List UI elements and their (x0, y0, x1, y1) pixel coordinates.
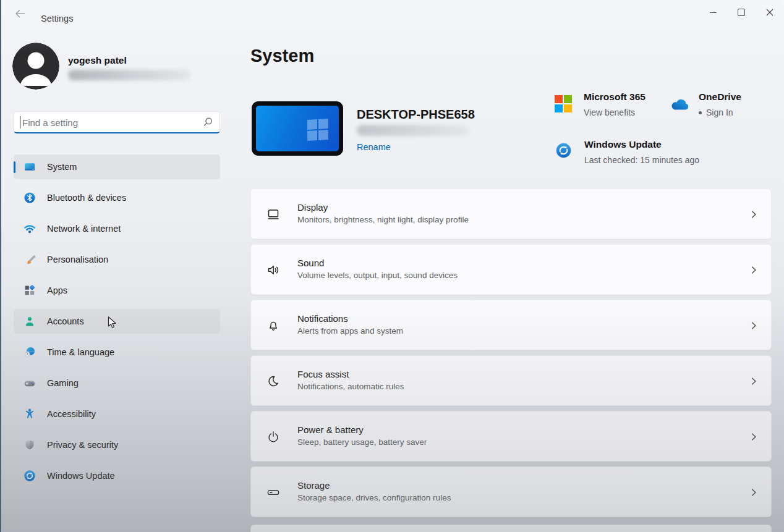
device-name: DESKTOP-PHSE658 (357, 108, 475, 122)
settings-row-display[interactable]: Display Monitors, brightness, night ligh… (250, 188, 772, 239)
sidebar-item-gaming[interactable]: Gaming (14, 371, 220, 395)
maximize-icon (738, 9, 745, 16)
sidebar-item-label: Accessibility (47, 409, 96, 419)
row-subtitle: Sleep, battery usage, battery saver (297, 437, 427, 447)
search-input[interactable] (21, 114, 190, 132)
app-title: Settings (41, 14, 73, 23)
minimize-icon (710, 12, 717, 13)
device-wallpaper (256, 106, 339, 151)
settings-window: Settings yogesh patel (0, 0, 784, 532)
chevron-right-icon (749, 209, 759, 222)
sidebar-item-label: Time & language (47, 347, 114, 357)
row-subtitle: Storage space, drives, configuration rul… (297, 493, 451, 502)
row-title: Focus assist (297, 369, 404, 379)
sidebar-item-privacy-security[interactable]: Privacy & security (14, 433, 220, 457)
rename-link[interactable]: Rename (357, 142, 391, 152)
windows-update-icon (23, 470, 36, 482)
apps-grid-icon (23, 284, 36, 297)
settings-row-focus-assist[interactable]: Focus assist Notifications, automatic ru… (250, 355, 772, 406)
status-dot (699, 111, 702, 114)
windows-logo-icon (307, 119, 328, 141)
row-subtitle: Volume levels, output, input, sound devi… (297, 271, 458, 280)
chevron-right-icon (749, 376, 759, 389)
window-left-edge (0, 0, 1, 532)
focus-moon-icon (266, 374, 281, 389)
onedrive-card[interactable]: OneDrive Sign In (670, 91, 756, 126)
search-icon (202, 117, 213, 130)
power-symbol-icon (266, 429, 281, 444)
row-subtitle: Monitors, brightness, night light, displ… (297, 215, 469, 224)
chevron-right-icon (749, 265, 759, 277)
storage-drive-icon (266, 485, 281, 500)
back-button[interactable] (11, 6, 28, 21)
privacy-shield-icon (23, 439, 36, 451)
sidebar-item-apps[interactable]: Apps (14, 278, 220, 303)
row-title: Power & battery (297, 424, 427, 435)
row-title: Storage (297, 480, 451, 491)
device-thumbnail (252, 101, 343, 156)
selected-indicator (14, 161, 15, 173)
sidebar-item-windows-update[interactable]: Windows Update (14, 463, 220, 488)
network-wifi-icon (23, 222, 36, 235)
titlebar: Settings (0, 0, 784, 27)
avatar (12, 43, 59, 90)
user-name: yogesh patel (68, 55, 127, 66)
chevron-right-icon (749, 321, 759, 333)
notifications-bell-icon (266, 318, 281, 333)
display-monitor-icon (266, 207, 281, 222)
avatar-person-icon (12, 43, 59, 90)
sidebar-item-label: Personalisation (47, 255, 108, 264)
back-arrow-icon (13, 7, 27, 20)
sidebar-item-label: Accounts (47, 316, 84, 326)
windows-update-card[interactable]: Windows Update Last checked: 15 minutes … (555, 139, 716, 174)
close-icon (766, 9, 773, 16)
chevron-right-icon (749, 432, 759, 444)
row-subtitle: Alerts from apps and system (297, 326, 403, 336)
row-title: Notifications (297, 313, 403, 324)
settings-row-notifications[interactable]: Notifications Alerts from apps and syste… (250, 300, 772, 350)
personalisation-brush-icon (23, 253, 36, 266)
card-title: Windows Update (584, 139, 662, 150)
sidebar-item-time-language[interactable]: Time & language (14, 340, 220, 365)
minimize-button[interactable] (699, 0, 727, 25)
redacted-user-email (68, 70, 190, 80)
accessibility-person-icon (23, 408, 36, 420)
system-display-icon (23, 161, 36, 173)
card-title: Microsoft 365 (584, 91, 646, 103)
sound-speaker-icon (266, 263, 281, 277)
sidebar-item-personalisation[interactable]: Personalisation (14, 247, 220, 272)
settings-row-sound[interactable]: Sound Volume levels, output, input, soun… (250, 244, 772, 295)
accounts-person-icon (23, 315, 36, 327)
sign-in-link[interactable]: Sign In (699, 108, 733, 117)
sidebar-item-bluetooth-devices[interactable]: Bluetooth & devices (14, 185, 220, 210)
redacted-device-info (357, 125, 469, 136)
sidebar-item-system[interactable]: System (14, 154, 220, 179)
sidebar-item-label: Privacy & security (47, 440, 118, 450)
row-subtitle: Notifications, automatic rules (297, 382, 404, 391)
view-benefits-link[interactable]: View benefits (584, 108, 635, 117)
settings-row-storage[interactable]: Storage Storage space, drives, configura… (250, 467, 772, 517)
sidebar-item-label: Apps (47, 285, 67, 295)
maximize-button[interactable] (727, 0, 756, 25)
sidebar-item-label: Windows Update (47, 471, 115, 481)
page-title: System (250, 46, 314, 66)
onedrive-cloud-icon (670, 98, 691, 114)
last-checked-status: Last checked: 15 minutes ago (584, 155, 699, 165)
window-controls (699, 0, 784, 25)
sidebar-item-network-internet[interactable]: Network & internet (14, 216, 220, 241)
close-button[interactable] (756, 0, 784, 25)
settings-row-power-battery[interactable]: Power & battery Sleep, battery usage, ba… (250, 411, 772, 462)
settings-row-partial[interactable] (250, 525, 772, 532)
search-box (14, 111, 220, 133)
row-title: Display (297, 202, 469, 213)
bluetooth-icon (23, 192, 36, 204)
sidebar-item-accounts[interactable]: Accounts (14, 309, 220, 334)
sidebar-item-label: Bluetooth & devices (47, 193, 126, 203)
sidebar-item-accessibility[interactable]: Accessibility (14, 402, 220, 426)
microsoft-365-card[interactable]: Microsoft 365 View benefits (555, 91, 663, 126)
chevron-right-icon (749, 488, 759, 500)
row-title: Sound (297, 258, 458, 268)
windows-update-icon (555, 142, 572, 161)
sidebar-item-label: System (47, 162, 77, 172)
card-title: OneDrive (699, 91, 741, 103)
